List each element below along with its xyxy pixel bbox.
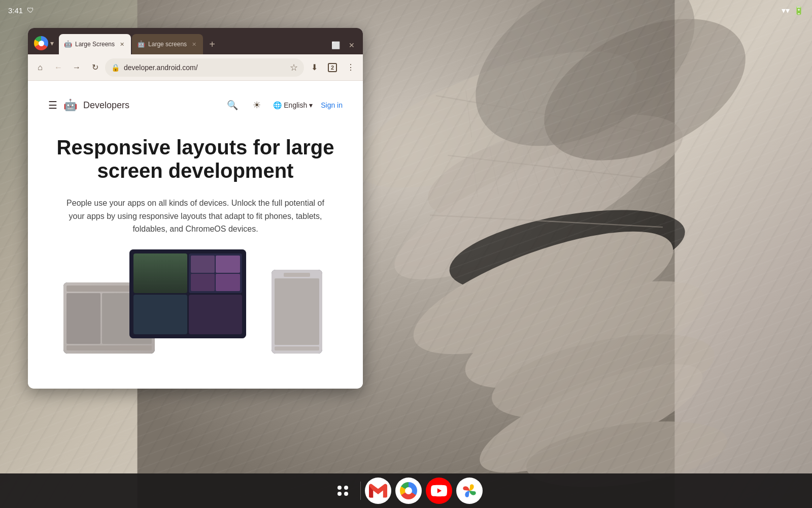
tab-count-button[interactable]: 2 xyxy=(324,59,341,76)
chrome-taskbar-icon xyxy=(400,482,417,499)
chevron-down-icon: ▾ xyxy=(309,101,313,109)
globe-icon: 🌐 xyxy=(273,101,282,109)
gmail-app-button[interactable] xyxy=(365,478,391,504)
main-page-content: Responsive layouts for large screen deve… xyxy=(48,125,343,364)
svg-line-9 xyxy=(466,89,472,137)
svg-point-2 xyxy=(418,93,693,242)
wifi-icon: ▾▾ xyxy=(782,6,790,15)
svg-point-5 xyxy=(400,207,687,379)
webpage-content: ☰ 🤖 Developers 🔍 ☀ 🌐 English ▾ Sign in R… xyxy=(28,81,363,389)
svg-line-10 xyxy=(484,87,493,135)
address-url: developer.android.com/ xyxy=(124,64,286,72)
tab-2-favicon: 🤖 xyxy=(137,40,145,48)
youtube-app-button[interactable] xyxy=(426,478,452,504)
chrome-logo-icon xyxy=(34,36,48,50)
svg-point-3 xyxy=(379,113,671,305)
language-label: English xyxy=(284,101,307,109)
browser-menu-button[interactable]: ⋮ xyxy=(343,59,359,76)
svg-line-18 xyxy=(490,146,499,194)
svg-line-24 xyxy=(597,155,621,188)
tab-1[interactable]: 🤖 Large Screens ✕ xyxy=(59,34,131,54)
svg-line-22 xyxy=(561,146,582,188)
device-mockup-phone xyxy=(272,270,322,354)
svg-line-16 xyxy=(591,96,615,129)
page-subtitle: People use your apps on all kinds of dev… xyxy=(58,197,332,236)
svg-line-12 xyxy=(520,82,534,130)
status-bar-right: ▾▾ 🔋 xyxy=(782,6,804,15)
device-mockup-tablet-center xyxy=(129,249,246,338)
security-icon: 🔒 xyxy=(111,64,120,72)
nav-right-buttons: ⬇ 2 ⋮ xyxy=(306,59,359,76)
svg-line-21 xyxy=(544,143,561,188)
chrome-logo-area[interactable]: ▾ xyxy=(32,36,58,54)
launcher-icon xyxy=(337,486,349,496)
browser-window: ▾ 🤖 Large Screens ✕ 🤖 Large screens ✕ + … xyxy=(28,28,363,389)
svg-point-26 xyxy=(485,318,722,435)
chrome-app-button[interactable] xyxy=(395,478,422,504)
status-time: 3:41 xyxy=(8,6,23,15)
taskbar xyxy=(0,473,812,508)
plus-icon: + xyxy=(209,39,215,50)
tab-bar: ▾ 🤖 Large Screens ✕ 🤖 Large screens ✕ + … xyxy=(28,28,363,54)
svg-line-14 xyxy=(555,87,576,129)
svg-point-4 xyxy=(444,195,691,307)
tab-1-close[interactable]: ✕ xyxy=(118,40,126,48)
tab-1-title: Large Screens xyxy=(75,41,115,48)
brand-text: Developers xyxy=(83,100,129,111)
svg-line-6 xyxy=(436,96,645,132)
tab-2[interactable]: 🤖 Large screens ✕ xyxy=(132,34,203,54)
address-bar[interactable]: 🔒 developer.android.com/ ☆ xyxy=(105,58,304,77)
maximize-button[interactable]: ⬜ xyxy=(328,38,343,52)
svg-line-23 xyxy=(579,149,602,188)
tab-2-title: Large screens xyxy=(148,41,187,48)
close-window-button[interactable]: ✕ xyxy=(345,38,359,52)
svg-line-20 xyxy=(525,142,540,190)
page-title: Responsive layouts for large screen deve… xyxy=(48,136,343,182)
svg-line-15 xyxy=(573,89,596,128)
developers-header-right: 🔍 ☀ 🌐 English ▾ Sign in xyxy=(224,97,343,113)
battery-icon: 🔋 xyxy=(794,6,804,15)
new-tab-button[interactable]: + xyxy=(204,36,220,52)
sign-in-button[interactable]: Sign in xyxy=(321,101,343,109)
language-selector[interactable]: 🌐 English ▾ xyxy=(273,101,313,109)
svg-line-17 xyxy=(471,149,478,197)
developers-header-left: ☰ 🤖 Developers xyxy=(48,99,129,112)
tab-count-badge: 2 xyxy=(328,63,337,72)
tab-2-close[interactable]: ✕ xyxy=(190,40,198,48)
vpn-icon: 🛡 xyxy=(27,6,34,14)
svg-point-1 xyxy=(339,23,652,215)
search-button[interactable]: 🔍 xyxy=(224,97,241,113)
status-bar-left: 3:41 🛡 xyxy=(8,6,34,15)
svg-point-29 xyxy=(446,0,725,182)
refresh-button[interactable]: ↻ xyxy=(87,59,103,76)
svg-line-8 xyxy=(430,215,663,228)
forward-button[interactable]: → xyxy=(69,59,85,76)
svg-point-25 xyxy=(454,259,716,410)
svg-point-27 xyxy=(468,343,714,493)
home-button[interactable]: ⌂ xyxy=(32,59,48,76)
svg-line-7 xyxy=(448,155,657,179)
taskbar-divider xyxy=(360,482,361,500)
theme-toggle-button[interactable]: ☀ xyxy=(249,97,265,113)
tab-actions: ⬜ ✕ xyxy=(328,38,359,52)
developers-header: ☰ 🤖 Developers 🔍 ☀ 🌐 English ▾ Sign in xyxy=(48,97,343,113)
nav-menu-button[interactable]: ☰ xyxy=(48,99,57,111)
download-button[interactable]: ⬇ xyxy=(306,59,322,76)
android-logo-icon: 🤖 xyxy=(63,99,77,112)
svg-point-30 xyxy=(522,0,767,189)
bookmark-icon[interactable]: ☆ xyxy=(290,62,298,73)
status-bar: 3:41 🛡 ▾▾ 🔋 xyxy=(0,0,812,20)
tab-strip-chevron[interactable]: ▾ xyxy=(50,39,54,47)
photos-app-button[interactable] xyxy=(456,478,483,504)
nav-bar: ⌂ ← → ↻ 🔒 developer.android.com/ ☆ ⬇ 2 ⋮ xyxy=(28,54,363,81)
svg-line-13 xyxy=(537,84,555,129)
svg-line-11 xyxy=(501,84,514,132)
tab-1-favicon: 🤖 xyxy=(64,40,72,48)
back-button[interactable]: ← xyxy=(50,59,66,76)
svg-line-19 xyxy=(507,143,520,191)
app-launcher-button[interactable] xyxy=(330,478,356,504)
devices-showcase xyxy=(48,252,343,354)
